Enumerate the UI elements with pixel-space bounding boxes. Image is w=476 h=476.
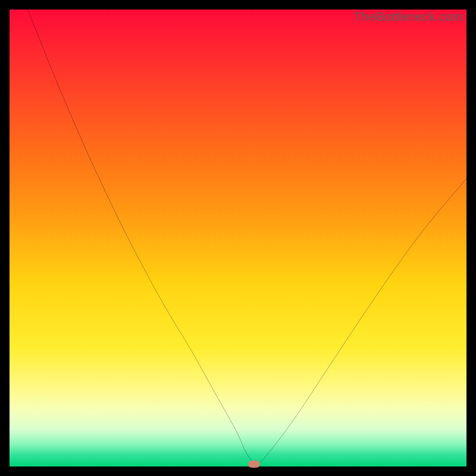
chart-container: TheBottleneck.com	[0, 0, 476, 476]
bottleneck-curve-svg	[10, 10, 466, 466]
plot-area: TheBottleneck.com	[10, 10, 466, 466]
bottleneck-curve-path	[28, 10, 466, 466]
optimal-point-marker	[248, 461, 260, 468]
